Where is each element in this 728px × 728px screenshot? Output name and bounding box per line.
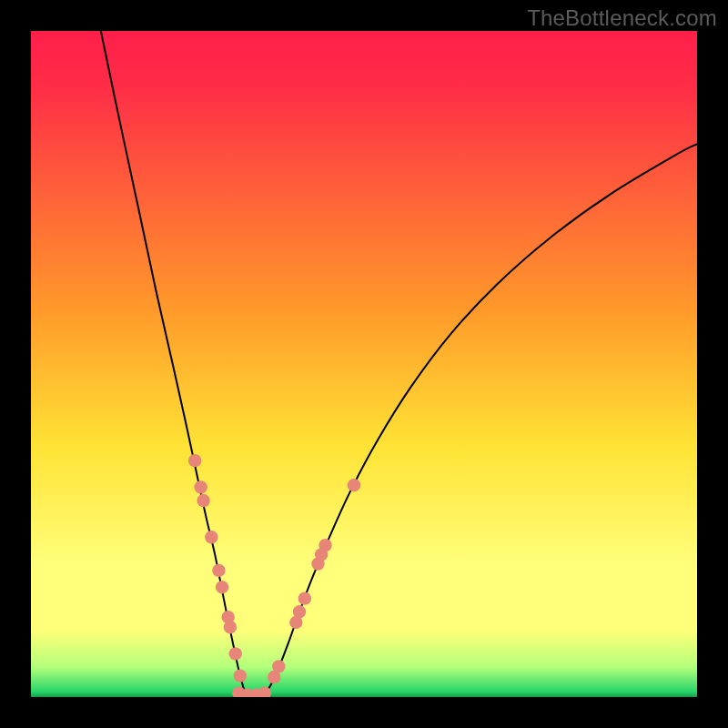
data-dot: [188, 454, 201, 467]
watermark-text: TheBottleneck.com: [527, 5, 717, 31]
data-dot: [348, 479, 360, 491]
plot-area: [31, 31, 697, 697]
data-dot: [205, 531, 217, 543]
curve-right-branch: [264, 144, 697, 694]
data-dot: [216, 581, 228, 593]
data-dot: [298, 592, 311, 604]
data-dot: [212, 564, 225, 577]
data-dot: [229, 647, 242, 660]
data-dot: [234, 669, 247, 682]
chart-frame: TheBottleneck.com: [0, 0, 728, 728]
data-dot: [194, 480, 207, 493]
data-dot: [318, 539, 331, 551]
dots-group: [188, 454, 360, 697]
curve-left-branch: [101, 31, 246, 695]
data-dot: [224, 621, 237, 633]
data-dot: [272, 660, 285, 672]
data-dot: [197, 494, 209, 507]
data-dot: [293, 605, 306, 618]
chart-svg: [31, 31, 697, 697]
